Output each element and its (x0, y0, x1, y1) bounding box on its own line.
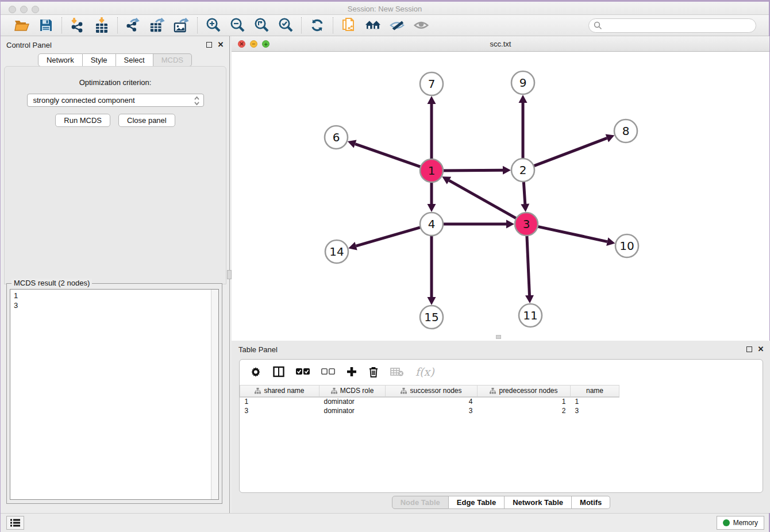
edge-arrowhead (503, 166, 511, 175)
window-titlebar: Session: New Session (1, 0, 769, 15)
table-cell[interactable]: 3 (386, 406, 478, 415)
zoom-selected-icon[interactable] (278, 17, 294, 33)
window-title: Session: New Session (1, 5, 769, 13)
table-cell[interactable]: dominator (319, 406, 386, 415)
tab-node-table[interactable]: Node Table (392, 496, 449, 509)
tab-network[interactable]: Network (38, 53, 83, 67)
column-header-predecessor-nodes[interactable]: predecessor nodes (478, 385, 571, 397)
table-cell[interactable]: 3 (571, 406, 619, 415)
deselect-all-icon[interactable] (321, 368, 335, 375)
edge-arrowhead (521, 204, 529, 212)
edge-3-10[interactable] (537, 226, 607, 242)
mcds-panel: Optimization criterion: strongly connect… (4, 66, 226, 284)
zoom-in-icon[interactable] (205, 17, 221, 33)
column-header-shared-name[interactable]: shared name (240, 385, 319, 397)
export-table-icon[interactable] (149, 17, 165, 33)
control-panel: Control Panel ✕ NetworkStyleSelectMCDS O… (1, 36, 230, 513)
dropdown-stepper-icon (194, 96, 200, 107)
control-panel-title: Control Panel (6, 41, 52, 49)
column-header-MCDS-role[interactable]: MCDS role (319, 385, 386, 397)
duplicate-network-icon[interactable] (341, 17, 357, 33)
table-toolbar: f(x) (240, 360, 763, 383)
open-session-icon[interactable] (14, 17, 30, 33)
tab-select[interactable]: Select (116, 53, 153, 67)
table-row[interactable]: 1dominator411 (240, 397, 619, 406)
result-scrollbar[interactable] (211, 290, 218, 499)
edge-arrowhead (506, 220, 514, 229)
export-network-icon[interactable] (125, 17, 141, 33)
table-panel-title: Table Panel (238, 345, 278, 354)
status-bar: Memory (1, 513, 769, 532)
node-label-14: 14 (329, 245, 344, 259)
application-window: Session: New Session (0, 0, 770, 532)
table-cell[interactable]: 3 (240, 406, 319, 415)
table-cell[interactable]: dominator (319, 397, 386, 406)
float-panel-icon[interactable] (205, 41, 213, 49)
list-icon (10, 519, 20, 527)
node-table[interactable]: shared nameMCDS rolesuccessor nodesprede… (240, 385, 619, 415)
edge-3-11[interactable] (527, 234, 530, 295)
tab-edge-table[interactable]: Edge Table (449, 496, 505, 509)
table-cell[interactable]: 4 (386, 397, 478, 406)
show-view-icon[interactable] (413, 17, 429, 33)
table-cell[interactable]: 1 (240, 397, 319, 406)
close-panel-button[interactable]: Close panel (118, 114, 175, 127)
zoom-fit-icon[interactable] (253, 17, 270, 33)
hierarchy-icon (331, 388, 337, 394)
zoom-out-icon[interactable] (229, 17, 245, 33)
run-mcds-button[interactable]: Run MCDS (55, 114, 110, 127)
tab-mcds[interactable]: MCDS (153, 53, 192, 67)
mcds-result-list: 13 (10, 289, 219, 500)
network-canvas[interactable]: 7968124314101511 (232, 52, 769, 341)
edge-2-3[interactable] (523, 180, 525, 204)
edge-3-1[interactable] (449, 180, 517, 219)
delete-column-icon[interactable] (390, 367, 404, 376)
memory-button[interactable]: Memory (717, 516, 764, 530)
select-all-icon[interactable] (296, 368, 310, 375)
table-cell[interactable]: 2 (478, 406, 571, 415)
search-input[interactable] (588, 18, 756, 33)
function-icon[interactable]: f(x) (415, 365, 434, 378)
node-label-11: 11 (523, 309, 537, 322)
tab-motifs[interactable]: Motifs (572, 496, 610, 509)
table-cell[interactable]: 1 (571, 397, 619, 406)
hierarchy-icon (255, 388, 261, 394)
edge-2-8[interactable] (533, 138, 607, 166)
hide-view-icon[interactable] (389, 17, 405, 33)
float-table-panel-icon[interactable] (745, 345, 753, 353)
edge-arrowhead (525, 295, 534, 303)
table-cell[interactable]: 1 (478, 397, 571, 406)
import-network-icon[interactable] (70, 17, 86, 33)
table-row[interactable]: 3dominator323 (240, 406, 619, 415)
edge-1-6[interactable] (355, 144, 422, 168)
import-table-icon[interactable] (94, 17, 110, 33)
network-window-titlebar: ✕ − ＋ scc.txt (232, 36, 769, 52)
optimization-criterion-select[interactable]: strongly connected component (27, 94, 204, 107)
delete-icon[interactable] (368, 366, 379, 377)
column-header-successor-nodes[interactable]: successor nodes (386, 385, 478, 397)
tab-network-table[interactable]: Network Table (505, 496, 572, 509)
node-label-2: 2 (519, 163, 527, 177)
home-view-icon[interactable] (365, 17, 381, 33)
add-icon[interactable] (346, 367, 357, 377)
result-line: 3 (14, 300, 218, 310)
node-label-3: 3 (523, 217, 530, 231)
save-session-icon[interactable] (38, 17, 54, 33)
panel-splitter-handle[interactable] (227, 270, 232, 279)
close-panel-icon[interactable]: ✕ (217, 41, 225, 49)
column-header-name[interactable]: name (571, 385, 619, 397)
edge-4-14[interactable] (356, 227, 422, 246)
node-table-container: f(x) shared nameMCDS rolesuccessor nodes… (239, 359, 763, 493)
tab-style[interactable]: Style (83, 53, 116, 67)
table-panel-tabs: Node TableEdge TableNetwork TableMotifs (392, 496, 611, 509)
gear-icon[interactable] (250, 366, 261, 377)
close-table-panel-icon[interactable]: ✕ (757, 345, 765, 353)
refresh-icon[interactable] (309, 17, 325, 33)
edge-1-2[interactable] (442, 170, 503, 171)
show-panels-button[interactable] (6, 516, 24, 530)
column-layout-icon[interactable] (273, 366, 284, 377)
result-line: 1 (14, 291, 218, 300)
export-image-icon[interactable] (174, 17, 190, 33)
search-box (588, 18, 756, 33)
edge-arrowhead (606, 237, 615, 246)
